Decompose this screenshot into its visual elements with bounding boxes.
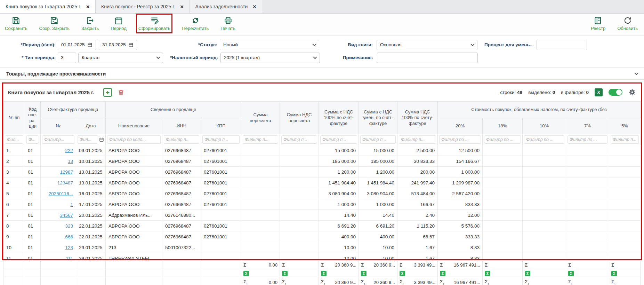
col-header-recalc-vat[interactable]: Сумма НДС пересчета — [280, 102, 319, 134]
col-header-vat-reduced[interactable]: Сумма с НДС умен. по счёт-фактуре — [359, 102, 397, 134]
delete-row-button[interactable] — [117, 88, 126, 97]
print-button[interactable]: Печать — [220, 16, 235, 31]
invoice-number-link[interactable]: 12987 — [60, 169, 73, 175]
filter-input-col-6[interactable] — [202, 135, 240, 144]
save-button[interactable]: Сохранить — [5, 16, 27, 31]
sigma-badge-icon[interactable]: Σ — [485, 271, 490, 276]
sigma-badge-icon[interactable]: Σ — [243, 271, 249, 276]
status-select[interactable]: Новый — [220, 40, 319, 50]
filter-input-col-14[interactable] — [524, 135, 564, 144]
period-button[interactable]: Период — [111, 16, 127, 31]
col-header-7[interactable]: 7% — [566, 118, 609, 134]
period-from-input[interactable]: 01.01.2025 — [58, 40, 96, 50]
sigma-badge-icon[interactable]: Σ — [282, 271, 288, 276]
table-row[interactable]: 40112348713.01.2025АВРОРА ООО02769684870… — [3, 177, 641, 188]
tab-close-icon[interactable]: ✕ — [180, 4, 184, 9]
table-row[interactable]: 3011298713.01.2025АВРОРА ООО027696848702… — [3, 167, 641, 177]
tab-1[interactable]: Книга покупок за I квартал 2025 г.✕ — [0, 0, 96, 13]
toolbar-button-label: Реестр — [591, 26, 605, 31]
gear-icon[interactable] — [628, 88, 636, 96]
close-button[interactable]: Закрыть — [81, 16, 99, 31]
calendar-icon[interactable] — [99, 137, 104, 142]
invoice-number-link[interactable]: 111 — [66, 256, 73, 260]
sigma-badge-icon[interactable]: Σ — [400, 271, 405, 276]
period-to-input[interactable]: 31.03.2025 — [99, 40, 137, 50]
filter-input-col-5[interactable] — [164, 135, 199, 144]
sigma-badge-icon[interactable]: Σ — [611, 271, 617, 276]
col-header-npp[interactable]: № пп — [3, 102, 25, 134]
filter-input-col-0[interactable] — [5, 135, 23, 144]
invoice-number-link[interactable]: 666 — [65, 234, 73, 239]
filter-input-col-4[interactable] — [107, 135, 161, 144]
col-header-vat100-invoice[interactable]: Сумма НДС 100% по счету-фактуре — [397, 102, 438, 134]
invoice-number-link[interactable]: 1 — [70, 202, 73, 207]
table-row[interactable]: 90166622.01.2025АВРОРА ООО02769684870276… — [3, 231, 641, 242]
table-row[interactable]: 100112329.01.20252135001007322...10.0010… — [3, 242, 641, 253]
filter-input-col-10[interactable] — [360, 135, 396, 144]
table-row[interactable]: 7013456720.01.2025Абдрахманов Иль...0276… — [3, 210, 641, 221]
table-row[interactable]: 50120250116...16.01.2025АВРОРА ООО027696… — [3, 188, 641, 199]
period-type-code-input[interactable] — [58, 53, 76, 63]
table-row[interactable]: 110111129.01.2025THREEWAY STEEL10.0010.0… — [3, 253, 641, 260]
tab-close-icon[interactable]: ✕ — [86, 4, 90, 9]
sigma-badge-icon[interactable]: Σ — [440, 271, 445, 276]
book-kind-select[interactable]: Основная — [377, 40, 477, 50]
tab-3[interactable]: Анализ задолженности✕ — [190, 0, 263, 13]
sigma-badge-icon[interactable]: Σ — [525, 271, 530, 276]
filter-input-col-13[interactable] — [484, 135, 521, 144]
invoice-number-link[interactable]: 13 — [68, 159, 73, 164]
reduce-percent-input[interactable] — [537, 40, 587, 50]
excel-export-icon[interactable]: X — [595, 88, 603, 96]
table-row[interactable]: 10122209.01.2025АВРОРА ООО02769684870276… — [3, 145, 641, 156]
table-row[interactable]: 601117.01.2025АВРОРА ООО0276968487027601… — [3, 199, 641, 210]
period-type-select[interactable]: Квартал — [78, 53, 163, 63]
invoice-number-link[interactable]: 34567 — [60, 213, 73, 218]
col-header-recalc-sum[interactable]: Сумма пересчета — [241, 102, 280, 134]
filter-input-col-1[interactable] — [26, 135, 39, 144]
col-header-opcode[interactable]: Код опе- ра- ции — [25, 102, 41, 134]
invoice-number-link[interactable]: 123 — [65, 245, 73, 250]
col-header-vat100[interactable]: Сумма с НДС 100% по счёт-фактуре — [319, 102, 359, 134]
filter-input-col-16[interactable] — [611, 135, 639, 144]
traceable-goods-section-header[interactable]: Товары, подлежащие прослеживаемости — [0, 68, 644, 80]
filter-input-col-11[interactable] — [399, 135, 436, 144]
filter-input-col-15[interactable] — [567, 135, 607, 144]
col-header-kpp[interactable]: КПП — [201, 118, 241, 134]
col-header-18[interactable]: 18% — [483, 118, 523, 134]
recalculate-button[interactable]: Пересчитать — [182, 16, 209, 31]
filter-input-col-12[interactable] — [439, 135, 481, 144]
col-header-20[interactable]: 20% — [438, 118, 483, 134]
invoice-number-link[interactable]: 222 — [65, 148, 73, 153]
col-header-5[interactable]: 5% — [609, 118, 641, 134]
sigma-badge-icon[interactable]: Σ — [321, 271, 327, 276]
col-header-inn[interactable]: ИНН — [162, 118, 201, 134]
note-input[interactable] — [377, 53, 478, 63]
refresh-button[interactable]: Обновить — [617, 16, 638, 31]
table-row[interactable]: 80132322.01.2025АВРОРА ООО02769684870276… — [3, 221, 641, 231]
registry-button[interactable]: Реестр — [591, 16, 605, 31]
tab-close-icon[interactable]: ✕ — [252, 4, 256, 9]
filter-input-col-3[interactable] — [78, 135, 98, 144]
filter-input-col-2[interactable] — [42, 135, 74, 144]
generate-button[interactable]: Сформировать — [138, 16, 170, 31]
sigma-badge-icon[interactable]: Σ — [568, 271, 574, 276]
table-row[interactable]: 2011310.01.2025АВРОРА ООО027696848702760… — [3, 156, 641, 167]
add-row-button[interactable]: + — [103, 88, 112, 97]
calendar-icon[interactable] — [128, 42, 134, 47]
col-header-10[interactable]: 10% — [523, 118, 566, 134]
tax-period-select[interactable]: 2025 (1 квартал) — [220, 53, 320, 63]
calendar-icon[interactable] — [87, 42, 92, 47]
tab-2[interactable]: Книга покупок - Реестр за 2025 г.✕ — [96, 0, 190, 13]
col-header-date[interactable]: Дата — [76, 118, 106, 134]
invoice-number-link[interactable]: 123487 — [57, 180, 73, 185]
save-close-button[interactable]: Сохр. Закрыть — [39, 16, 70, 31]
invoice-number-link[interactable]: 20250116... — [49, 191, 73, 196]
grid-mode-toggle[interactable] — [609, 89, 622, 96]
sigma-badge-icon[interactable]: Σ — [361, 271, 367, 276]
col-header-number[interactable]: № — [41, 118, 76, 134]
col-header-name[interactable]: Наименование — [106, 118, 162, 134]
filter-input-col-7[interactable] — [243, 135, 278, 144]
invoice-number-link[interactable]: 323 — [65, 223, 73, 229]
filter-input-col-9[interactable] — [320, 135, 357, 144]
filter-input-col-8[interactable] — [281, 135, 317, 144]
